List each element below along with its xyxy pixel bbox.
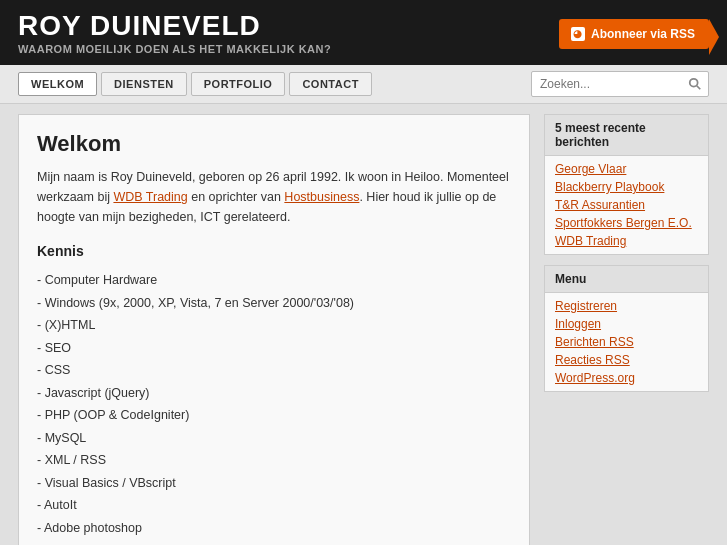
menu-link[interactable]: Registreren [555, 299, 698, 313]
header-title-block: ROY DUINEVELD WAAROM MOEILIJK DOEN ALS H… [18, 12, 331, 55]
nav-item-contact[interactable]: CONTACT [289, 72, 371, 96]
nav-item-welkom[interactable]: WELKOM [18, 72, 97, 96]
nav-bar: WELKOM DIENSTEN PORTFOLIO CONTACT [0, 65, 727, 104]
hostbusiness-link[interactable]: Hostbusiness [284, 190, 359, 204]
rss-button-label: Abonneer via RSS [591, 27, 695, 41]
recent-post-link[interactable]: T&R Assurantien [555, 198, 698, 212]
kennis-heading: Kennis [37, 243, 511, 259]
recent-post-link[interactable]: Sportfokkers Bergen E.O. [555, 216, 698, 230]
svg-point-0 [690, 79, 698, 87]
content-area: Welkom Mijn naam is Roy Duineveld, gebor… [18, 114, 530, 545]
skills-list: Computer HardwareWindows (9x, 2000, XP, … [37, 269, 511, 539]
menu-link[interactable]: Reacties RSS [555, 353, 698, 367]
intro-text: Mijn naam is Roy Duineveld, geboren op 2… [37, 167, 511, 227]
menu-link[interactable]: Inloggen [555, 317, 698, 331]
main-wrapper: Welkom Mijn naam is Roy Duineveld, gebor… [0, 104, 727, 545]
skill-item: Javascript (jQuery) [37, 382, 511, 405]
menu-widget: Menu RegistrerenInloggenBerichten RSSRea… [544, 265, 709, 392]
skill-item: CSS [37, 359, 511, 382]
site-tagline: WAAROM MOEILIJK DOEN ALS HET MAKKELIJK K… [18, 43, 331, 55]
search-icon [688, 77, 702, 91]
site-title: ROY DUINEVELD [18, 12, 331, 40]
skill-item: SEO [37, 337, 511, 360]
recent-posts-title: 5 meest recente berichten [545, 115, 708, 156]
search-input[interactable] [532, 77, 682, 91]
skill-item: PHP (OOP & CodeIgniter) [37, 404, 511, 427]
wdb-trading-link[interactable]: WDB Trading [113, 190, 187, 204]
recent-post-link[interactable]: George Vlaar [555, 162, 698, 176]
skill-item: XML / RSS [37, 449, 511, 472]
skill-item: AutoIt [37, 494, 511, 517]
menu-links: RegistrerenInloggenBerichten RSSReacties… [545, 293, 708, 391]
skill-item: (X)HTML [37, 314, 511, 337]
skill-item: Adobe photoshop [37, 517, 511, 540]
recent-post-link[interactable]: WDB Trading [555, 234, 698, 248]
recent-posts-links: George VlaarBlackberry PlaybookT&R Assur… [545, 156, 708, 254]
skill-item: Visual Basics / VBscript [37, 472, 511, 495]
nav-item-diensten[interactable]: DIENSTEN [101, 72, 187, 96]
svg-line-1 [697, 86, 701, 90]
page-heading: Welkom [37, 131, 511, 157]
site-header: ROY DUINEVELD WAAROM MOEILIJK DOEN ALS H… [0, 0, 727, 65]
rss-icon: ◕ [571, 27, 585, 41]
recent-post-link[interactable]: Blackberry Playbook [555, 180, 698, 194]
search-box [531, 71, 709, 97]
rss-subscribe-button[interactable]: ◕ Abonneer via RSS [559, 19, 709, 49]
search-button[interactable] [682, 72, 708, 96]
skill-item: MySQL [37, 427, 511, 450]
menu-widget-title: Menu [545, 266, 708, 293]
nav-links: WELKOM DIENSTEN PORTFOLIO CONTACT [18, 72, 372, 96]
skill-item: Computer Hardware [37, 269, 511, 292]
skill-item: Windows (9x, 2000, XP, Vista, 7 en Serve… [37, 292, 511, 315]
menu-link[interactable]: Berichten RSS [555, 335, 698, 349]
recent-posts-widget: 5 meest recente berichten George VlaarBl… [544, 114, 709, 255]
menu-link[interactable]: WordPress.org [555, 371, 698, 385]
sidebar: 5 meest recente berichten George VlaarBl… [544, 114, 709, 545]
nav-item-portfolio[interactable]: PORTFOLIO [191, 72, 286, 96]
